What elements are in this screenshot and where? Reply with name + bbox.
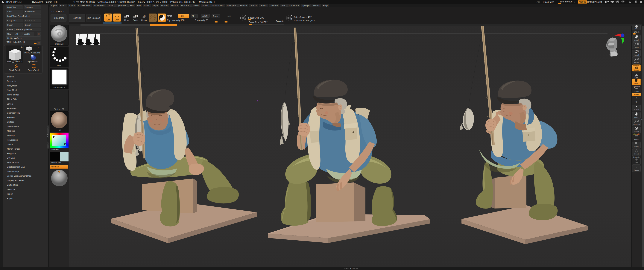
svg-text:D: D bbox=[290, 18, 292, 21]
svg-text:S: S bbox=[15, 63, 18, 69]
svg-text:S: S bbox=[245, 18, 246, 21]
svg-text:M: M bbox=[126, 15, 128, 17]
svg-text:x1: x1 bbox=[637, 51, 638, 52]
svg-text:S: S bbox=[136, 15, 137, 17]
svg-text:R: R bbox=[144, 15, 146, 17]
